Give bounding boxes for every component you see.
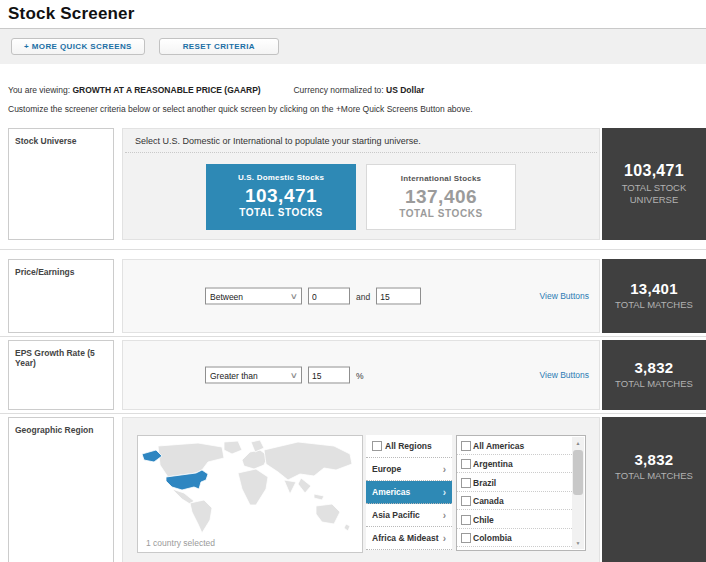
chevron-down-icon: ∨ — [290, 371, 298, 380]
eps-operator-value: Greater than — [210, 370, 258, 380]
row-geographic-region: Geographic Region — [8, 417, 706, 562]
customize-instructions: Customize the screener criteria below or… — [8, 104, 706, 114]
country-item-chile[interactable]: Chile — [457, 510, 572, 529]
region-item-africa-mideast[interactable]: Africa & Mideast › — [366, 527, 452, 550]
us-domestic-stocks-card[interactable]: U.S. Domestic Stocks 103,471 TOTAL STOCK… — [206, 164, 356, 230]
scroll-down-icon[interactable]: ▼ — [572, 537, 584, 549]
country-item-colombia[interactable]: Colombia — [457, 529, 572, 548]
reset-criteria-button[interactable]: RESET CRITERIA — [159, 38, 279, 55]
eps-percent-label: % — [356, 370, 364, 380]
total-stock-universe-count: 103,471 — [602, 162, 706, 180]
map-mexico-central-america — [172, 489, 194, 504]
region-item-all-regions[interactable]: All Regions — [366, 435, 452, 458]
chevron-down-icon: ∨ — [290, 292, 298, 301]
eps-growth-main: Greater than ∨ % View Buttons — [122, 340, 600, 410]
screener-criteria: Stock Universe Select U.S. Domestic or I… — [0, 128, 706, 562]
viewing-status-line: You are viewing: GROWTH AT A REASONABLE … — [8, 85, 706, 95]
us-domestic-title: U.S. Domestic Stocks — [206, 173, 356, 182]
map-canada — [158, 443, 224, 477]
currency-label: Currency normalized to: — [293, 85, 383, 95]
scrollbar-thumb[interactable] — [573, 450, 583, 495]
map-indonesia — [314, 494, 324, 500]
row-eps-growth: EPS Growth Rate (5 Year) Greater than ∨ … — [8, 340, 706, 410]
country-list-scrollbar[interactable]: ▲ ▼ — [572, 437, 584, 549]
all-americas-checkbox[interactable] — [461, 441, 471, 451]
international-stocks-card[interactable]: International Stocks 137,406 TOTAL STOCK… — [366, 164, 516, 230]
region-africa-mideast-label: Africa & Mideast — [372, 533, 439, 543]
chevron-right-icon: › — [443, 510, 446, 521]
country-item-all-americas[interactable]: All Americas — [457, 436, 572, 455]
pe-view-buttons-link[interactable]: View Buttons — [540, 291, 589, 301]
eps-value-input[interactable] — [308, 367, 350, 384]
pe-total-matches-count: 13,401 — [602, 280, 706, 297]
world-map-svg — [138, 438, 362, 536]
international-title: International Stocks — [367, 174, 515, 183]
brazil-checkbox[interactable] — [461, 478, 471, 488]
country-list: All Americas Argentina Brazil Canada — [456, 435, 586, 551]
chevron-right-icon: › — [443, 487, 446, 498]
international-caption: TOTAL STOCKS — [367, 208, 515, 219]
country-item-partial[interactable] — [457, 547, 572, 551]
scroll-up-icon[interactable]: ▲ — [572, 437, 584, 449]
colombia-checkbox[interactable] — [461, 533, 471, 543]
all-regions-label: All Regions — [385, 441, 432, 451]
eps-view-buttons-link[interactable]: View Buttons — [540, 370, 589, 380]
pe-max-input[interactable] — [376, 288, 421, 305]
map-se-asia — [298, 478, 311, 493]
map-selection-status: 1 country selected — [146, 538, 215, 548]
country-label: All Americas — [473, 441, 524, 451]
chevron-right-icon: › — [443, 533, 446, 544]
row-divider — [0, 413, 706, 414]
geographic-region-main: 1 country selected All Regions Europe › … — [122, 417, 600, 562]
all-regions-checkbox[interactable] — [372, 441, 382, 451]
stock-universe-instruction: Select U.S. Domestic or International to… — [125, 129, 597, 153]
country-label: Chile — [473, 515, 494, 525]
eps-total-matches-caption: TOTAL MATCHES — [602, 378, 706, 390]
country-label: Canada — [473, 496, 504, 506]
chile-checkbox[interactable] — [461, 515, 471, 525]
row-price-earnings: Price/Earnings Between ∨ and View Button… — [8, 259, 706, 333]
argentina-checkbox[interactable] — [461, 459, 471, 469]
pe-min-input[interactable] — [308, 288, 350, 305]
world-map[interactable]: 1 country selected — [137, 435, 363, 553]
pe-operator-value: Between — [210, 291, 243, 301]
viewing-value: GROWTH AT A REASONABLE PRICE (GAARP) — [72, 85, 260, 95]
stock-universe-label: Stock Universe — [8, 128, 114, 240]
region-item-europe[interactable]: Europe › — [366, 458, 452, 481]
country-item-brazil[interactable]: Brazil — [457, 473, 572, 492]
currency-value: US Dollar — [386, 85, 424, 95]
canada-checkbox[interactable] — [461, 496, 471, 506]
total-stock-universe-panel: 103,471 TOTAL STOCK UNIVERSE — [602, 128, 706, 240]
quick-screens-toolbar: + MORE QUICK SCREENS RESET CRITERIA — [0, 28, 706, 64]
price-earnings-main: Between ∨ and View Buttons — [122, 259, 600, 333]
eps-growth-label: EPS Growth Rate (5 Year) — [8, 340, 114, 410]
region-asia-pacific-label: Asia Pacific — [372, 510, 420, 520]
row-divider — [0, 249, 706, 250]
geo-total-matches-caption: TOTAL MATCHES — [602, 470, 706, 482]
map-greenland — [224, 441, 242, 454]
eps-total-matches-panel: 3,832 TOTAL MATCHES — [602, 340, 706, 410]
region-item-americas[interactable]: Americas › — [366, 481, 452, 504]
total-stock-universe-caption: TOTAL STOCK UNIVERSE — [602, 182, 706, 207]
chevron-right-icon: › — [443, 464, 446, 475]
pe-operator-select[interactable]: Between ∨ — [205, 288, 302, 305]
region-americas-label: Americas — [372, 487, 410, 497]
eps-operator-select[interactable]: Greater than ∨ — [205, 367, 302, 384]
geo-total-matches-panel: 3,832 TOTAL MATCHES — [602, 417, 706, 562]
country-label: Argentina — [473, 459, 513, 469]
geographic-region-label: Geographic Region — [8, 417, 114, 562]
country-item-canada[interactable]: Canada — [457, 492, 572, 511]
region-europe-label: Europe — [372, 464, 401, 474]
price-earnings-label: Price/Earnings — [8, 259, 114, 333]
stock-universe-main: Select U.S. Domestic or International to… — [122, 128, 600, 240]
map-india — [284, 480, 296, 494]
row-divider — [0, 336, 706, 337]
more-quick-screens-button[interactable]: + MORE QUICK SCREENS — [11, 38, 145, 55]
region-item-asia-pacific[interactable]: Asia Pacific › — [366, 504, 452, 527]
eps-total-matches-count: 3,832 — [602, 359, 706, 376]
international-count: 137,406 — [367, 186, 515, 208]
country-item-argentina[interactable]: Argentina — [457, 455, 572, 474]
map-africa — [238, 469, 268, 505]
map-asia — [264, 442, 352, 480]
map-scandinavia — [251, 440, 264, 452]
